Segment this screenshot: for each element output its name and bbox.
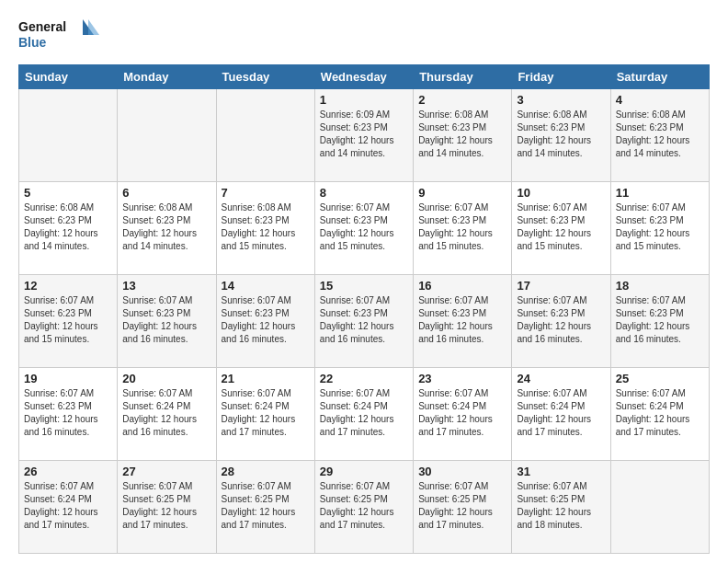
day-number: 30 [418, 465, 506, 478]
day-number: 15 [320, 279, 408, 293]
week-row-1: 5Sunrise: 6:08 AM Sunset: 6:23 PM Daylig… [19, 182, 710, 275]
day-number: 24 [517, 372, 605, 385]
day-number: 14 [222, 279, 310, 293]
day-cell: 15Sunrise: 6:07 AM Sunset: 6:23 PM Dayli… [314, 275, 413, 368]
day-info: Sunrise: 6:09 AM Sunset: 6:23 PM Dayligh… [320, 109, 408, 160]
day-cell [216, 89, 314, 182]
day-number: 29 [320, 465, 408, 478]
day-info: Sunrise: 6:07 AM Sunset: 6:24 PM Dayligh… [24, 480, 112, 532]
col-header-thursday: Thursday [414, 65, 512, 89]
day-cell [610, 461, 709, 554]
day-number: 21 [222, 372, 310, 385]
week-row-0: 1Sunrise: 6:09 AM Sunset: 6:23 PM Daylig… [19, 89, 710, 182]
day-info: Sunrise: 6:07 AM Sunset: 6:23 PM Dayligh… [320, 201, 408, 253]
day-cell: 24Sunrise: 6:07 AM Sunset: 6:24 PM Dayli… [512, 368, 610, 461]
day-cell: 29Sunrise: 6:07 AM Sunset: 6:25 PM Dayli… [314, 461, 413, 554]
header: General Blue [18, 15, 710, 55]
day-info: Sunrise: 6:07 AM Sunset: 6:23 PM Dayligh… [517, 294, 605, 346]
day-number: 18 [616, 279, 704, 293]
day-cell: 21Sunrise: 6:07 AM Sunset: 6:24 PM Dayli… [216, 368, 314, 461]
day-number: 4 [616, 93, 704, 107]
day-info: Sunrise: 6:07 AM Sunset: 6:23 PM Dayligh… [122, 294, 210, 346]
day-info: Sunrise: 6:07 AM Sunset: 6:24 PM Dayligh… [122, 387, 210, 439]
day-info: Sunrise: 6:08 AM Sunset: 6:23 PM Dayligh… [24, 201, 112, 253]
day-cell: 10Sunrise: 6:07 AM Sunset: 6:23 PM Dayli… [512, 182, 610, 275]
col-header-saturday: Saturday [610, 65, 709, 89]
day-info: Sunrise: 6:07 AM Sunset: 6:23 PM Dayligh… [616, 201, 704, 253]
day-info: Sunrise: 6:07 AM Sunset: 6:25 PM Dayligh… [122, 480, 210, 532]
svg-marker-3 [88, 19, 99, 35]
day-cell: 11Sunrise: 6:07 AM Sunset: 6:23 PM Dayli… [610, 182, 709, 275]
day-number: 10 [517, 186, 605, 200]
col-header-tuesday: Tuesday [216, 65, 314, 89]
day-cell: 26Sunrise: 6:07 AM Sunset: 6:24 PM Dayli… [19, 461, 118, 554]
day-number: 17 [517, 279, 605, 293]
day-number: 8 [320, 186, 408, 200]
day-number: 23 [418, 372, 506, 385]
day-cell: 7Sunrise: 6:08 AM Sunset: 6:23 PM Daylig… [216, 182, 314, 275]
day-info: Sunrise: 6:07 AM Sunset: 6:23 PM Dayligh… [24, 294, 112, 346]
day-number: 13 [122, 279, 210, 293]
day-info: Sunrise: 6:07 AM Sunset: 6:24 PM Dayligh… [320, 387, 408, 439]
day-cell: 14Sunrise: 6:07 AM Sunset: 6:23 PM Dayli… [216, 275, 314, 368]
day-cell: 4Sunrise: 6:08 AM Sunset: 6:23 PM Daylig… [610, 89, 709, 182]
day-cell: 2Sunrise: 6:08 AM Sunset: 6:23 PM Daylig… [414, 89, 512, 182]
day-info: Sunrise: 6:08 AM Sunset: 6:23 PM Dayligh… [122, 201, 210, 253]
day-cell: 13Sunrise: 6:07 AM Sunset: 6:23 PM Dayli… [118, 275, 216, 368]
day-cell: 6Sunrise: 6:08 AM Sunset: 6:23 PM Daylig… [118, 182, 216, 275]
day-number: 28 [222, 465, 310, 478]
week-row-3: 19Sunrise: 6:07 AM Sunset: 6:23 PM Dayli… [19, 368, 710, 461]
day-cell: 27Sunrise: 6:07 AM Sunset: 6:25 PM Dayli… [118, 461, 216, 554]
day-cell: 19Sunrise: 6:07 AM Sunset: 6:23 PM Dayli… [19, 368, 118, 461]
day-number: 19 [24, 372, 112, 385]
day-info: Sunrise: 6:07 AM Sunset: 6:24 PM Dayligh… [616, 387, 704, 439]
day-number: 16 [418, 279, 506, 293]
day-number: 3 [517, 93, 605, 107]
day-info: Sunrise: 6:08 AM Sunset: 6:23 PM Dayligh… [418, 109, 506, 160]
col-header-wednesday: Wednesday [314, 65, 413, 89]
day-info: Sunrise: 6:07 AM Sunset: 6:24 PM Dayligh… [222, 387, 310, 439]
col-header-monday: Monday [118, 65, 216, 89]
svg-text:General: General [18, 19, 66, 34]
day-number: 2 [418, 93, 506, 107]
day-number: 7 [222, 186, 310, 200]
day-cell: 12Sunrise: 6:07 AM Sunset: 6:23 PM Dayli… [19, 275, 118, 368]
day-cell: 8Sunrise: 6:07 AM Sunset: 6:23 PM Daylig… [314, 182, 413, 275]
day-cell: 28Sunrise: 6:07 AM Sunset: 6:25 PM Dayli… [216, 461, 314, 554]
page: General Blue SundayMondayTuesdayWednesda… [0, 0, 728, 563]
day-info: Sunrise: 6:08 AM Sunset: 6:23 PM Dayligh… [222, 201, 310, 253]
day-cell: 31Sunrise: 6:07 AM Sunset: 6:25 PM Dayli… [512, 461, 610, 554]
col-header-sunday: Sunday [19, 65, 118, 89]
svg-text:Blue: Blue [18, 35, 47, 50]
logo: General Blue [18, 15, 101, 55]
day-info: Sunrise: 6:07 AM Sunset: 6:23 PM Dayligh… [24, 387, 112, 439]
day-info: Sunrise: 6:07 AM Sunset: 6:23 PM Dayligh… [517, 201, 605, 253]
day-number: 12 [24, 279, 112, 293]
week-row-4: 26Sunrise: 6:07 AM Sunset: 6:24 PM Dayli… [19, 461, 710, 554]
day-cell: 17Sunrise: 6:07 AM Sunset: 6:23 PM Dayli… [512, 275, 610, 368]
calendar-header-row: SundayMondayTuesdayWednesdayThursdayFrid… [19, 65, 710, 89]
day-number: 26 [24, 465, 112, 478]
day-info: Sunrise: 6:07 AM Sunset: 6:25 PM Dayligh… [222, 480, 310, 532]
day-info: Sunrise: 6:07 AM Sunset: 6:23 PM Dayligh… [320, 294, 408, 346]
day-info: Sunrise: 6:07 AM Sunset: 6:25 PM Dayligh… [517, 480, 605, 532]
day-info: Sunrise: 6:07 AM Sunset: 6:24 PM Dayligh… [517, 387, 605, 439]
day-number: 9 [418, 186, 506, 200]
day-cell [19, 89, 118, 182]
day-info: Sunrise: 6:07 AM Sunset: 6:23 PM Dayligh… [222, 294, 310, 346]
day-cell: 22Sunrise: 6:07 AM Sunset: 6:24 PM Dayli… [314, 368, 413, 461]
day-cell: 9Sunrise: 6:07 AM Sunset: 6:23 PM Daylig… [414, 182, 512, 275]
col-header-friday: Friday [512, 65, 610, 89]
day-number: 27 [122, 465, 210, 478]
day-number: 5 [24, 186, 112, 200]
day-info: Sunrise: 6:07 AM Sunset: 6:23 PM Dayligh… [616, 294, 704, 346]
day-cell: 25Sunrise: 6:07 AM Sunset: 6:24 PM Dayli… [610, 368, 709, 461]
calendar-table: SundayMondayTuesdayWednesdayThursdayFrid… [18, 64, 710, 554]
day-cell: 16Sunrise: 6:07 AM Sunset: 6:23 PM Dayli… [414, 275, 512, 368]
day-number: 20 [122, 372, 210, 385]
day-cell: 3Sunrise: 6:08 AM Sunset: 6:23 PM Daylig… [512, 89, 610, 182]
day-number: 11 [616, 186, 704, 200]
day-info: Sunrise: 6:08 AM Sunset: 6:23 PM Dayligh… [616, 109, 704, 160]
day-cell: 5Sunrise: 6:08 AM Sunset: 6:23 PM Daylig… [19, 182, 118, 275]
day-info: Sunrise: 6:08 AM Sunset: 6:23 PM Dayligh… [517, 109, 605, 160]
